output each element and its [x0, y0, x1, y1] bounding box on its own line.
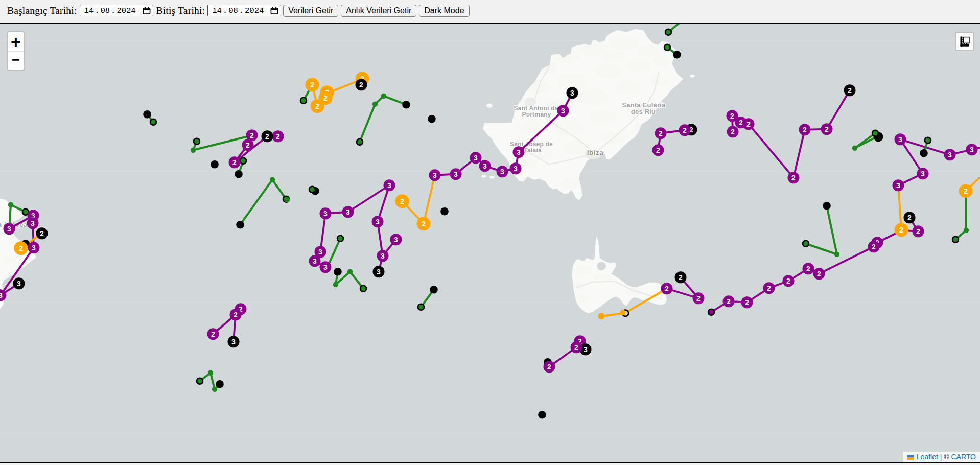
- svg-text:2: 2: [730, 112, 734, 120]
- svg-text:3: 3: [323, 210, 328, 218]
- svg-text:3: 3: [381, 252, 385, 260]
- svg-text:3: 3: [584, 345, 588, 354]
- svg-text:3: 3: [31, 219, 35, 227]
- svg-text:3: 3: [32, 244, 36, 252]
- svg-text:3: 3: [318, 248, 322, 256]
- svg-text:3: 3: [0, 291, 3, 299]
- svg-text:3: 3: [433, 171, 437, 179]
- svg-text:3: 3: [561, 107, 565, 115]
- svg-text:2: 2: [825, 125, 829, 133]
- svg-text:2: 2: [40, 229, 44, 238]
- svg-text:3: 3: [970, 146, 974, 154]
- svg-text:2: 2: [817, 270, 821, 278]
- svg-text:2: 2: [574, 343, 578, 352]
- svg-text:3: 3: [483, 162, 487, 170]
- svg-text:2: 2: [679, 273, 683, 282]
- svg-text:Portmany: Portmany: [522, 111, 551, 118]
- svg-text:2: 2: [791, 174, 796, 182]
- svg-text:2: 2: [746, 120, 751, 128]
- svg-text:3: 3: [17, 280, 21, 288]
- svg-text:2: 2: [964, 187, 968, 195]
- svg-text:Ibiza: Ibiza: [587, 149, 604, 156]
- svg-text:2: 2: [683, 126, 687, 134]
- svg-text:2: 2: [547, 363, 551, 371]
- svg-text:2: 2: [786, 277, 790, 285]
- svg-text:2: 2: [907, 214, 912, 222]
- svg-text:3: 3: [313, 257, 317, 265]
- svg-text:2: 2: [727, 297, 731, 306]
- svg-text:3: 3: [896, 181, 900, 190]
- svg-text:2: 2: [232, 158, 237, 167]
- svg-text:3: 3: [394, 236, 398, 244]
- svg-text:2: 2: [659, 129, 663, 137]
- svg-text:3: 3: [7, 225, 11, 233]
- svg-text:2: 2: [899, 226, 903, 234]
- svg-text:2: 2: [400, 197, 404, 205]
- svg-text:2: 2: [803, 126, 807, 134]
- svg-text:2: 2: [19, 244, 23, 252]
- svg-text:2: 2: [276, 132, 280, 141]
- svg-text:2: 2: [656, 146, 660, 154]
- svg-text:3: 3: [323, 263, 328, 271]
- svg-text:2: 2: [916, 227, 920, 236]
- svg-text:2: 2: [310, 81, 314, 89]
- svg-text:2: 2: [211, 330, 215, 338]
- svg-text:2: 2: [422, 220, 426, 228]
- svg-text:3: 3: [376, 218, 380, 226]
- svg-text:2: 2: [872, 243, 876, 251]
- svg-text:2: 2: [665, 285, 669, 293]
- svg-text:2: 2: [323, 94, 328, 102]
- svg-text:2: 2: [246, 141, 250, 149]
- svg-text:2: 2: [767, 284, 771, 292]
- svg-text:3: 3: [921, 170, 925, 178]
- svg-text:3: 3: [948, 151, 952, 159]
- svg-text:2: 2: [696, 294, 701, 303]
- svg-text:des Riu: des Riu: [631, 108, 656, 115]
- svg-text:2: 2: [234, 311, 238, 319]
- svg-text:3: 3: [570, 89, 574, 97]
- svg-text:2: 2: [250, 131, 254, 140]
- svg-text:2: 2: [359, 81, 363, 89]
- svg-text:2: 2: [848, 86, 852, 95]
- svg-text:3: 3: [387, 181, 391, 190]
- svg-text:2: 2: [739, 119, 743, 127]
- svg-text:2: 2: [806, 265, 810, 273]
- svg-text:3: 3: [346, 208, 350, 216]
- svg-text:3: 3: [377, 268, 381, 276]
- svg-text:3: 3: [898, 135, 902, 144]
- svg-text:2: 2: [265, 132, 269, 141]
- svg-text:3: 3: [474, 154, 478, 162]
- svg-text:2: 2: [315, 102, 319, 110]
- svg-text:3: 3: [231, 338, 236, 346]
- svg-text:2: 2: [731, 128, 735, 136]
- svg-text:3: 3: [517, 148, 521, 156]
